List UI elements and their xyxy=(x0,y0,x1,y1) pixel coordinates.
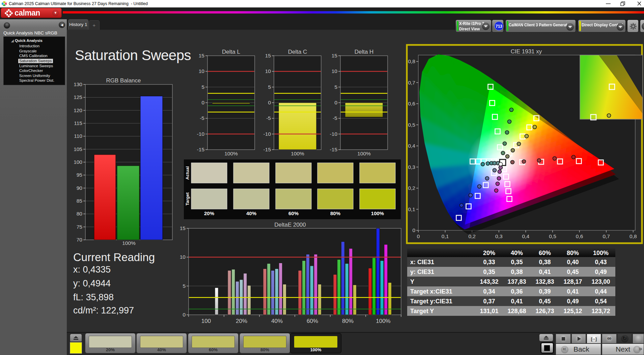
svg-text:40%: 40% xyxy=(271,318,283,324)
svg-text:100%: 100% xyxy=(357,151,371,156)
svg-text:0,4: 0,4 xyxy=(408,143,415,149)
svg-text:5: 5 xyxy=(268,84,271,90)
svg-text:-10: -10 xyxy=(263,131,271,137)
svg-text:0,37: 0,37 xyxy=(483,298,495,305)
svg-text:Target y:CIE31: Target y:CIE31 xyxy=(410,298,452,305)
svg-text:0,36: 0,36 xyxy=(511,288,523,295)
svg-text:60%: 60% xyxy=(288,210,299,216)
svg-text:0,41: 0,41 xyxy=(539,269,551,275)
svg-text:100%: 100% xyxy=(371,210,384,216)
svg-text:90: 90 xyxy=(77,185,83,191)
svg-text:15: 15 xyxy=(332,53,337,58)
svg-text:0,7: 0,7 xyxy=(408,80,415,85)
svg-text:0,5: 0,5 xyxy=(549,233,556,239)
svg-text:100%: 100% xyxy=(122,240,136,246)
svg-text:132,83: 132,83 xyxy=(535,278,554,285)
svg-text:0: 0 xyxy=(417,233,420,239)
svg-text:120: 120 xyxy=(74,107,82,113)
svg-text:131,01: 131,01 xyxy=(480,308,498,314)
svg-text:75: 75 xyxy=(77,224,82,230)
svg-text:60%: 60% xyxy=(539,250,551,256)
svg-text:100%: 100% xyxy=(224,151,238,156)
svg-text:125: 125 xyxy=(74,94,82,100)
svg-text:0,1: 0,1 xyxy=(442,233,449,239)
svg-text:115: 115 xyxy=(74,120,82,126)
svg-text:Delta H: Delta H xyxy=(355,49,374,55)
svg-text:0,3: 0,3 xyxy=(495,233,503,239)
svg-text:0,43: 0,43 xyxy=(595,259,607,265)
svg-text:80%: 80% xyxy=(330,210,340,216)
svg-text:0,45: 0,45 xyxy=(539,298,551,305)
svg-text:60%: 60% xyxy=(307,318,318,324)
svg-text:0,6: 0,6 xyxy=(576,233,583,239)
svg-text:40%: 40% xyxy=(511,250,523,256)
svg-text:0,39: 0,39 xyxy=(539,288,551,295)
svg-text:-5: -5 xyxy=(200,115,204,121)
svg-text:0,6: 0,6 xyxy=(408,101,415,106)
svg-text:0,3: 0,3 xyxy=(408,164,415,170)
svg-text:-15: -15 xyxy=(263,147,271,152)
svg-text:0,7: 0,7 xyxy=(603,233,610,239)
svg-text:0,2: 0,2 xyxy=(468,233,476,239)
svg-text:0: 0 xyxy=(334,100,337,105)
svg-text:0,54: 0,54 xyxy=(595,298,607,305)
svg-text:0,49: 0,49 xyxy=(595,269,607,275)
svg-text:100: 100 xyxy=(74,159,82,165)
svg-text:137,83: 137,83 xyxy=(507,278,526,285)
svg-text:0,8: 0,8 xyxy=(408,58,415,64)
svg-text:5: 5 xyxy=(201,84,204,90)
svg-text:-10: -10 xyxy=(330,131,338,137)
svg-text:-15: -15 xyxy=(197,147,204,152)
svg-text:10: 10 xyxy=(265,68,271,74)
svg-text:Actual: Actual xyxy=(185,166,190,180)
svg-text:0,38: 0,38 xyxy=(539,259,551,265)
svg-text:0,1: 0,1 xyxy=(408,206,415,212)
svg-text:0,44: 0,44 xyxy=(595,288,607,295)
svg-text:126,73: 126,73 xyxy=(535,308,554,314)
svg-text:15: 15 xyxy=(199,53,204,58)
svg-text:0,41: 0,41 xyxy=(567,288,579,295)
svg-text:5: 5 xyxy=(334,84,337,90)
svg-text:-5: -5 xyxy=(266,115,271,121)
svg-text:-15: -15 xyxy=(330,147,337,152)
svg-text:85: 85 xyxy=(77,198,82,204)
svg-text:Y: Y xyxy=(410,278,414,285)
svg-text:105: 105 xyxy=(74,146,82,152)
svg-text:128,68: 128,68 xyxy=(507,308,526,314)
svg-text:CIE 1931 xy: CIE 1931 xy xyxy=(511,48,542,55)
svg-text:0: 0 xyxy=(183,312,186,318)
svg-text:Target Y: Target Y xyxy=(410,308,434,314)
svg-text:125,12: 125,12 xyxy=(563,308,582,314)
svg-text:0,35: 0,35 xyxy=(511,259,523,265)
svg-text:-5: -5 xyxy=(333,115,337,121)
svg-text:0,34: 0,34 xyxy=(483,288,495,295)
svg-text:80: 80 xyxy=(77,211,83,217)
svg-text:123,72: 123,72 xyxy=(591,308,610,314)
svg-text:0,41: 0,41 xyxy=(511,298,523,305)
svg-text:DeltaE 2000: DeltaE 2000 xyxy=(274,222,306,228)
svg-text:80%: 80% xyxy=(567,250,579,256)
svg-text:0,5: 0,5 xyxy=(408,122,415,128)
svg-text:0,45: 0,45 xyxy=(567,269,579,275)
svg-text:70: 70 xyxy=(77,237,83,243)
svg-text:143,32: 143,32 xyxy=(480,278,498,285)
svg-text:0,49: 0,49 xyxy=(567,298,579,305)
svg-text:100%: 100% xyxy=(376,318,390,324)
svg-text:123,00: 123,00 xyxy=(591,278,610,285)
svg-text:10: 10 xyxy=(199,68,205,74)
svg-text:5: 5 xyxy=(183,283,186,289)
svg-text:x: CIE31: x: CIE31 xyxy=(410,259,434,265)
svg-text:130: 130 xyxy=(74,81,82,87)
svg-text:0,33: 0,33 xyxy=(483,259,495,265)
svg-text:20%: 20% xyxy=(204,210,214,216)
svg-text:10: 10 xyxy=(180,254,186,260)
svg-text:100%: 100% xyxy=(593,250,609,256)
svg-text:0,40: 0,40 xyxy=(567,259,579,265)
svg-text:20%: 20% xyxy=(483,250,495,256)
svg-text:0,35: 0,35 xyxy=(483,269,495,275)
svg-text:0,2: 0,2 xyxy=(408,185,415,191)
svg-text:0: 0 xyxy=(268,100,271,105)
svg-text:20%: 20% xyxy=(236,318,247,324)
svg-text:15: 15 xyxy=(265,53,271,58)
svg-text:0,4: 0,4 xyxy=(522,233,530,239)
